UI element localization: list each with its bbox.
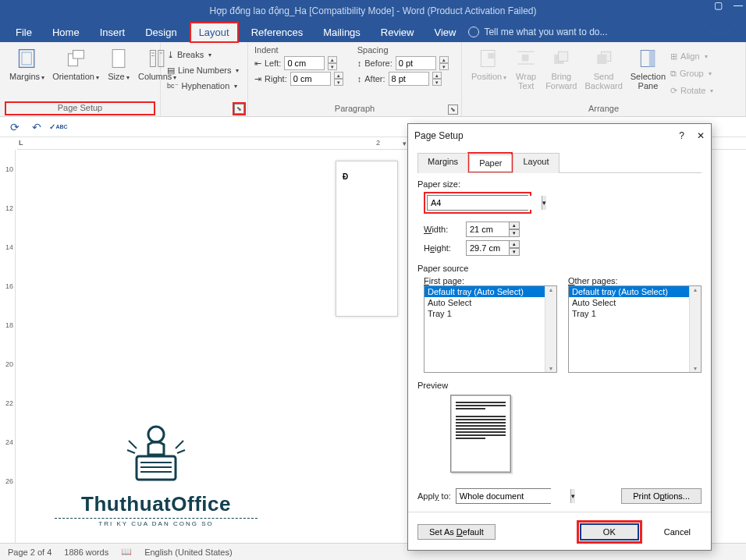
spacing-before-input[interactable] xyxy=(396,56,436,70)
orientation-button[interactable]: Orientation▾ xyxy=(49,45,102,84)
group-paragraph: Indent ⇤Left:▴▾ ⇥Right:▴▾ Spacing ↕Befor… xyxy=(248,42,462,116)
ok-button[interactable]: OK xyxy=(580,523,639,541)
watermark-logo: ThuthuatOffice TRI KY CUA DAN CONG SO xyxy=(55,417,258,527)
tab-review[interactable]: Review xyxy=(373,23,422,41)
rotate-icon: ⟳ xyxy=(670,86,677,96)
print-options-button[interactable]: Print Options... xyxy=(621,488,702,504)
align-button: ⊞Align▾ xyxy=(670,48,713,64)
other-pages-listbox[interactable]: Default tray (Auto Select) Auto Select T… xyxy=(568,285,702,373)
qat-spell[interactable]: ✓ABC xyxy=(52,120,66,134)
window-title: Hợp đồng lao động_Ha [Compatibility Mode… xyxy=(210,5,537,16)
tab-file[interactable]: File xyxy=(8,23,40,41)
tab-design[interactable]: Design xyxy=(137,23,184,41)
indent-left-input[interactable] xyxy=(284,56,325,70)
logo-text: ThuthuatOffice xyxy=(55,492,258,516)
indent-right-input[interactable] xyxy=(290,72,331,86)
other-pages-label: Other pages: xyxy=(568,276,702,285)
dialog-title: Page Setup xyxy=(414,130,464,141)
svg-line-28 xyxy=(127,450,135,453)
tab-view[interactable]: View xyxy=(426,23,464,41)
document-page[interactable]: Đ xyxy=(336,161,398,317)
ribbon-tabs: File Home Insert Design Layout Reference… xyxy=(0,22,746,42)
indent-left-icon: ⇤ xyxy=(254,58,261,69)
paper-size-combo[interactable]: ▾ xyxy=(427,195,528,211)
dialog-help-button[interactable]: ? xyxy=(679,130,684,141)
dialog-titlebar: Page Setup ? ✕ xyxy=(408,124,711,147)
tab-insert[interactable]: Insert xyxy=(92,23,133,41)
chevron-down-icon[interactable]: ▾ xyxy=(570,489,575,503)
spacing-before-spin[interactable]: ▴▾ xyxy=(439,56,449,70)
svg-line-29 xyxy=(177,450,185,453)
selection-pane-button[interactable]: Selection Pane xyxy=(627,45,669,98)
paper-size-value[interactable] xyxy=(428,196,542,210)
hyphenation-button[interactable]: bc⁻Hyphenation▾ xyxy=(167,78,241,94)
group-page-setup: Margins▾ Orientation▾ Size▾ Columns▾ Pag… xyxy=(0,42,161,116)
minimize-icon[interactable]: — xyxy=(734,0,743,11)
svg-line-26 xyxy=(129,441,137,448)
scrollbar[interactable]: ▴▾ xyxy=(545,286,556,372)
first-page-label: First page: xyxy=(424,276,557,285)
scrollbar[interactable]: ▴▾ xyxy=(689,286,701,372)
send-backward-button: Send Backward xyxy=(581,45,625,98)
spacing-after-input[interactable] xyxy=(389,72,429,86)
tab-mailings[interactable]: Mailings xyxy=(315,23,368,41)
svg-rect-3 xyxy=(73,51,84,59)
qat-undo[interactable]: ↶ xyxy=(30,120,44,134)
line-numbers-button[interactable]: ▤Line Numbers▾ xyxy=(167,62,241,78)
svg-rect-1 xyxy=(22,52,31,65)
height-spinner[interactable]: ▴▾ xyxy=(466,240,520,256)
margins-button[interactable]: Margins▾ xyxy=(6,45,48,84)
apply-to-combo[interactable]: ▾ xyxy=(456,488,551,504)
spacing-after-spin[interactable]: ▴▾ xyxy=(432,72,442,86)
first-page-listbox[interactable]: Default tray (Auto Select) Auto Select T… xyxy=(424,285,557,373)
breaks-button[interactable]: ⤓Breaks▾ xyxy=(167,47,241,62)
dialog-footer: Set As Default OK Cancel xyxy=(408,512,711,551)
status-proof-icon[interactable]: 📖 xyxy=(121,547,132,557)
paper-source-label: Paper source xyxy=(417,264,702,273)
dialog-tabs: Margins Paper Layout xyxy=(417,152,702,173)
apply-to-label: Apply to: xyxy=(417,491,451,501)
group-icon: ⧉ xyxy=(670,69,677,79)
size-icon xyxy=(107,47,130,70)
chevron-down-icon[interactable]: ▾ xyxy=(542,196,546,210)
status-page[interactable]: Page 2 of 4 xyxy=(8,548,52,557)
width-spinner[interactable]: ▴▾ xyxy=(466,222,520,237)
backward-icon xyxy=(592,47,616,70)
indent-left-spin[interactable]: ▴▾ xyxy=(328,56,337,70)
selpane-icon xyxy=(636,47,659,70)
paragraph-label: Paragraph xyxy=(254,104,455,115)
ribbon-display-icon[interactable]: ▢ xyxy=(714,0,723,11)
dialog-close-button[interactable]: ✕ xyxy=(697,130,705,141)
window-controls: ▢ — xyxy=(714,0,743,11)
set-default-button[interactable]: Set As Default xyxy=(417,524,496,540)
tab-margins-dlg[interactable]: Margins xyxy=(417,153,468,173)
margins-icon xyxy=(16,47,39,70)
tab-references[interactable]: References xyxy=(243,23,311,41)
vertical-ruler[interactable]: 10 12 14 16 18 20 22 24 26 xyxy=(3,150,16,543)
bulb-icon xyxy=(468,27,479,37)
tell-me[interactable]: Tell me what you want to do... xyxy=(468,27,607,37)
wrap-text-button: Wrap Text xyxy=(511,45,541,98)
status-words[interactable]: 1886 words xyxy=(64,548,108,557)
indent-header: Indent xyxy=(254,45,343,55)
bring-forward-button: Bring Forward xyxy=(542,45,580,98)
paragraph-launcher[interactable]: ⬊ xyxy=(448,105,458,115)
qat-refresh[interactable]: ⟳ xyxy=(8,120,22,134)
page-setup-launcher[interactable]: ⬊ xyxy=(234,104,244,114)
size-button[interactable]: Size▾ xyxy=(104,45,133,84)
svg-rect-16 xyxy=(559,51,568,61)
arrange-label: Arrange xyxy=(468,104,739,115)
svg-line-27 xyxy=(176,441,183,448)
tab-home[interactable]: Home xyxy=(44,23,87,41)
indent-right-spin[interactable]: ▴▾ xyxy=(334,72,343,86)
page-setup-label: Page Setup xyxy=(6,103,154,114)
tab-layout[interactable]: Layout xyxy=(191,23,237,41)
status-language[interactable]: English (United States) xyxy=(144,548,233,557)
cancel-button[interactable]: Cancel xyxy=(653,520,702,544)
tab-paper-dlg[interactable]: Paper xyxy=(469,154,512,172)
align-icon: ⊞ xyxy=(670,51,677,62)
preview-label: Preview xyxy=(417,381,702,390)
wrap-icon xyxy=(514,47,538,70)
rotate-button: ⟳Rotate▾ xyxy=(670,83,713,98)
tab-layout-dlg[interactable]: Layout xyxy=(513,153,559,173)
